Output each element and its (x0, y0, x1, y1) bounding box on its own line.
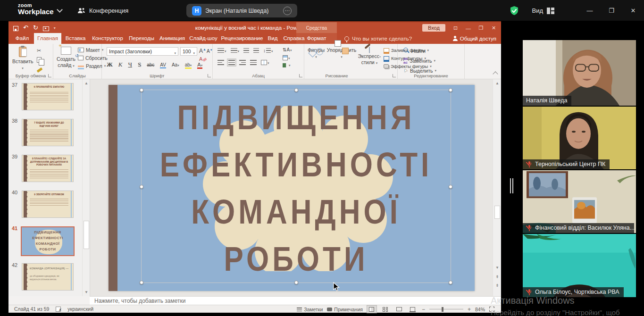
zoom-in-button[interactable]: + (468, 306, 471, 313)
canvas-scrollbar[interactable]: ▲ ▼ ⇞ ⇟ (493, 79, 501, 296)
align-left-icon[interactable] (217, 60, 224, 65)
scroll-up-icon[interactable]: ▲ (83, 80, 90, 87)
font-color-button[interactable]: А▾ (197, 62, 202, 69)
share-button[interactable]: Общий доступ (453, 33, 496, 44)
bullets-button[interactable]: ▾ (217, 48, 226, 53)
scrollbar-thumb[interactable] (494, 206, 500, 219)
resize-handle[interactable] (294, 88, 298, 92)
cut-icon[interactable]: ✂ (37, 48, 42, 54)
view-button-label[interactable]: Вид (532, 7, 543, 14)
normal-view-button[interactable] (367, 306, 376, 313)
grow-font-button[interactable]: А▲ (199, 48, 206, 54)
font-size-combobox[interactable]: 100▾ (180, 47, 197, 56)
more-options-icon[interactable]: ⋯ (283, 7, 292, 15)
format-painter-icon[interactable] (37, 67, 43, 73)
close-button[interactable]: ✕ (622, 0, 644, 21)
slide-thumbnail-37[interactable]: 6 ПРОЯВЛЯЙТЕ ЕМПАТІЮ (22, 83, 74, 110)
resize-handle[interactable] (140, 185, 143, 189)
ppt-close-button[interactable]: ✕ (487, 25, 500, 31)
find-button[interactable]: Найти (403, 48, 436, 54)
text-direction-button[interactable]: ⇅A▾ (283, 47, 292, 52)
reading-view-button[interactable] (394, 306, 404, 313)
video-tile-finance[interactable]: Фінансовий відділ: Василюк Уляна... (523, 170, 636, 233)
collapse-ribbon-icon[interactable] (493, 71, 498, 76)
minimize-button[interactable]: — (579, 0, 601, 21)
paste-button[interactable]: Вставить▾ (12, 47, 33, 71)
slide-41[interactable]: ПІДВИЩЕННЯ ЕФЕКТИВНОСТІ КОМАНДНОЇ РОБОТИ (109, 85, 475, 291)
convert-smartart-button[interactable]: ▾ (283, 63, 292, 67)
slide-sorter-button[interactable] (381, 306, 390, 313)
maximize-button[interactable]: ❐ (601, 0, 622, 21)
ppt-restore-button[interactable]: ❐ (475, 25, 487, 31)
tell-me-box[interactable]: Что вы хотите сделать? (344, 33, 412, 44)
align-center-icon[interactable] (228, 60, 235, 65)
highlight-color-button[interactable]: ab▾ (185, 62, 192, 69)
tab-file[interactable]: Файл (11, 33, 33, 44)
video-tile-olga[interactable]: Ольга Білоус, Чортківська РВА (523, 234, 636, 297)
thumbnail-scrollbar[interactable]: ▲ ▼ (82, 79, 90, 296)
quick-styles-button[interactable]: Экспресс- стили ▾ (357, 47, 382, 66)
tab-home[interactable]: Главная (34, 33, 61, 44)
align-text-button[interactable]: ▾ (283, 55, 292, 60)
tab-insert[interactable]: Вставка (62, 33, 89, 44)
scroll-down-icon[interactable]: ▼ (83, 289, 90, 296)
video-tile-natalia[interactable]: Наталія Шведа (523, 40, 636, 106)
zoom-percentage[interactable]: 84% (475, 307, 485, 312)
scroll-up-icon[interactable]: ▲ (494, 80, 501, 87)
sign-in-button[interactable]: Вход (422, 24, 445, 32)
tab-screen-share[interactable]: Н Экран (Наталія Шведа) ⋯ (186, 4, 297, 17)
security-shield-icon[interactable] (509, 6, 519, 16)
bold-button[interactable]: Ж (107, 61, 113, 68)
character-spacing-button[interactable]: AV (160, 62, 166, 68)
view-layout-icon[interactable] (547, 8, 554, 14)
tab-review[interactable]: Рецензирование (220, 33, 264, 44)
resize-handle[interactable] (140, 281, 143, 284)
drawing-dialog-launcher[interactable] (393, 74, 396, 77)
clipboard-dialog-launcher[interactable] (48, 74, 51, 77)
tab-transitions[interactable]: Переходы (126, 33, 157, 44)
previous-slide-icon[interactable]: ⇞ (494, 274, 501, 281)
next-slide-icon[interactable]: ⇟ (494, 282, 501, 289)
slide-thumbnail-41-selected[interactable]: ПІДВИЩЕННЯ ЕФЕКТИВНОСТІ КОМАНДНОЇ РОБОТИ (21, 226, 75, 256)
text-shadow-button[interactable]: S (138, 61, 141, 68)
language-indicator[interactable]: украинский (67, 305, 93, 313)
justify-icon[interactable] (250, 60, 257, 65)
increase-indent-icon[interactable] (253, 48, 259, 53)
numbering-button[interactable]: ▾ (231, 48, 240, 53)
tab-view[interactable]: Вид (265, 33, 280, 44)
ribbon-display-options-icon[interactable]: ⊡ (449, 25, 462, 31)
zoom-out-button[interactable]: − (422, 306, 425, 313)
change-case-button[interactable]: Aa▾ (172, 62, 179, 67)
resize-handle[interactable] (449, 88, 452, 92)
resize-handle[interactable] (449, 185, 452, 189)
tab-slideshow[interactable]: Слайд-шоу (188, 33, 219, 44)
scroll-down-icon[interactable]: ▼ (494, 264, 501, 271)
replace-button[interactable]: abacЗаменить▾ (403, 57, 436, 65)
zoom-slider[interactable] (429, 309, 463, 310)
tab-meeting[interactable]: Конференция (72, 4, 134, 17)
notes-pane[interactable]: Нажмите, чтобы добавить заметки (90, 296, 501, 305)
title-textbox-selected[interactable]: ПІДВИЩЕННЯ ЕФЕКТИВНОСТІ КОМАНДНОЇ РОБОТИ (141, 90, 451, 283)
resize-handle[interactable] (140, 88, 143, 92)
spellcheck-icon[interactable] (56, 307, 61, 312)
slideshow-view-button[interactable] (408, 306, 418, 313)
notes-toggle-button[interactable]: Заметки (297, 307, 323, 312)
slide-thumbnail-38[interactable]: 7 БУДЬТЕ УВАЖНИМИ ДО ВІДГУКІВ КОЛЕГ (22, 119, 74, 146)
comments-toggle-button[interactable]: Примечания (327, 307, 363, 312)
fit-slide-icon[interactable] (489, 307, 494, 312)
align-right-icon[interactable] (239, 60, 246, 65)
slide-thumbnail-40[interactable]: 9 ЗБЕРІГАЙТЕ ОПТИМІЗМ (22, 191, 74, 218)
tab-format[interactable]: Формат (296, 33, 337, 44)
chevron-down-icon[interactable] (57, 7, 63, 13)
columns-button[interactable]: ▾ (261, 60, 269, 65)
font-dialog-launcher[interactable] (208, 74, 211, 77)
scrollbar-thumb[interactable] (84, 221, 89, 249)
resize-handle[interactable] (449, 281, 452, 284)
font-name-combobox[interactable]: Impact (Заголовки)▾ (107, 47, 178, 56)
resize-handle[interactable] (294, 281, 298, 284)
ppt-minimize-button[interactable]: — (462, 25, 475, 31)
video-tile-ternopil[interactable]: Тернопільський Центр ПК (523, 107, 636, 169)
panel-resize-handle[interactable] (510, 178, 514, 193)
zoom-slider-thumb[interactable] (442, 307, 443, 312)
arrange-button[interactable]: Упорядочить▾ (326, 47, 357, 59)
